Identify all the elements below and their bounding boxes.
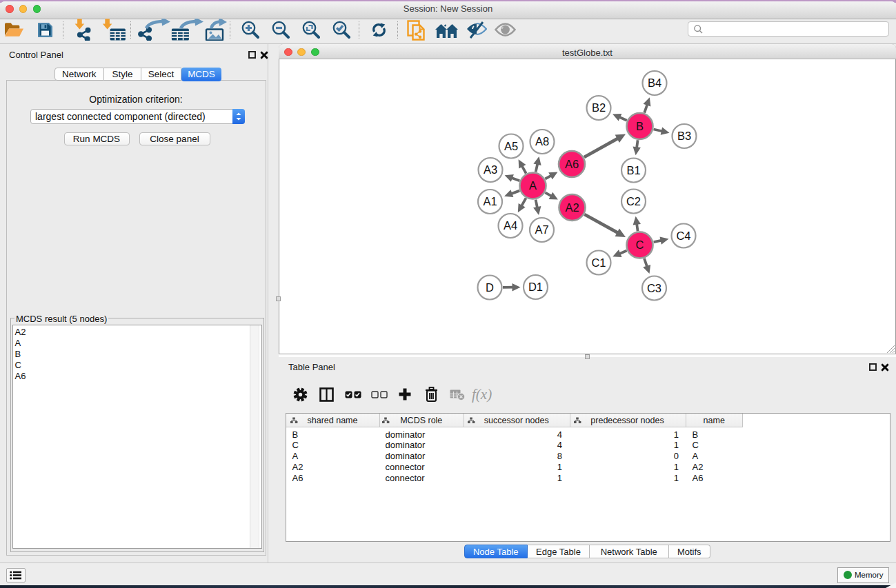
svg-text:A3: A3 [484, 163, 497, 176]
svg-text:B: B [636, 120, 644, 132]
svg-text:C1: C1 [591, 256, 606, 269]
svg-text:C4: C4 [676, 230, 690, 242]
svg-text:A: A [529, 179, 537, 192]
svg-text:D1: D1 [528, 281, 543, 293]
svg-text:B1: B1 [626, 164, 640, 176]
svg-text:A4: A4 [504, 219, 517, 232]
svg-text:B2: B2 [592, 101, 606, 114]
svg-text:B3: B3 [677, 130, 691, 142]
svg-text:C: C [636, 239, 644, 251]
svg-text:A6: A6 [565, 158, 579, 170]
svg-text:A8: A8 [535, 135, 549, 148]
svg-text:A1: A1 [483, 195, 497, 207]
svg-text:B4: B4 [648, 77, 661, 89]
svg-text:A2: A2 [565, 201, 579, 214]
svg-text:A7: A7 [535, 223, 548, 236]
svg-text:C2: C2 [626, 195, 641, 207]
svg-text:D: D [486, 281, 494, 294]
svg-text:C3: C3 [647, 282, 661, 294]
svg-text:A5: A5 [504, 140, 518, 152]
